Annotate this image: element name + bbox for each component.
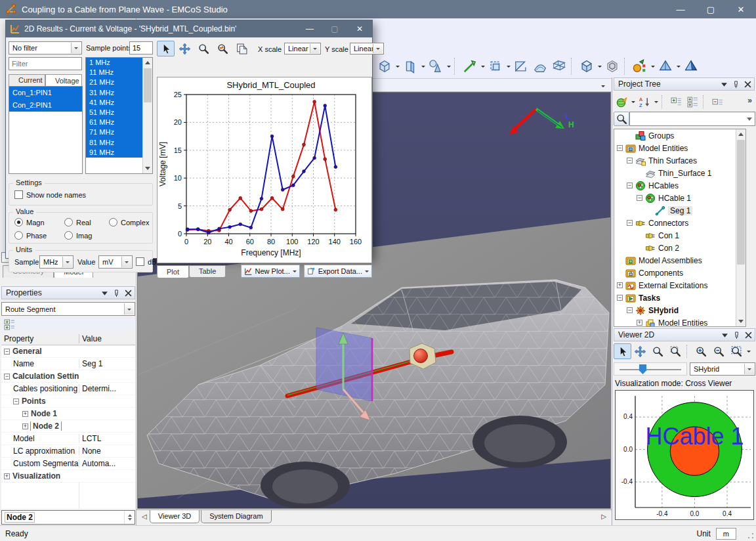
collapse-icon[interactable]: − xyxy=(627,183,633,188)
dialog-close-button[interactable]: ✕ xyxy=(347,20,372,37)
frequency-item[interactable]: 71 MHz xyxy=(86,127,142,137)
close-panel-icon[interactable] xyxy=(124,289,132,297)
chevron-down-icon[interactable] xyxy=(420,57,426,76)
search-icon[interactable] xyxy=(614,112,629,126)
chevron-down-icon[interactable] xyxy=(505,57,511,76)
section-slider[interactable] xyxy=(614,362,687,376)
tree-item-connectors[interactable]: −Connectors xyxy=(614,217,746,229)
scroll-up-icon[interactable] xyxy=(736,129,746,139)
property-row[interactable]: +Node 2 xyxy=(1,420,135,433)
surface-triangulate-button[interactable] xyxy=(512,57,530,76)
node-spinner[interactable] xyxy=(124,511,135,524)
tri-plane-filled-button[interactable] xyxy=(682,57,700,76)
zoom-tool-button[interactable] xyxy=(649,343,667,359)
expand-icon[interactable]: + xyxy=(617,282,623,288)
panel-menu-icon[interactable] xyxy=(720,80,728,88)
chevron-down-icon[interactable] xyxy=(630,94,636,110)
cursor-tool-button[interactable] xyxy=(157,41,175,56)
radio-magn[interactable] xyxy=(14,218,23,227)
node-name-field[interactable]: Node 2 xyxy=(1,510,135,525)
value-unit-combo[interactable]: mV xyxy=(98,255,133,269)
property-row[interactable]: ModelLCTL xyxy=(1,433,135,445)
close-panel-icon[interactable] xyxy=(744,80,751,88)
collapse-icon[interactable]: − xyxy=(4,374,10,379)
signal-filter-input[interactable] xyxy=(9,57,82,70)
y-scale-combo[interactable]: Linear xyxy=(350,43,384,54)
expand-icon[interactable]: + xyxy=(637,320,642,326)
radio-real[interactable] xyxy=(64,218,73,227)
tree-item-groups[interactable]: Groups xyxy=(614,129,746,142)
pin-icon[interactable] xyxy=(112,289,120,297)
zoom-out-tool-button[interactable] xyxy=(710,343,728,359)
copy-plot-tool-button[interactable] xyxy=(233,41,251,56)
collapse-icon[interactable]: − xyxy=(617,295,623,301)
tab-table[interactable]: Table xyxy=(189,265,226,277)
zoom-in-tool-button[interactable] xyxy=(692,343,710,359)
chevron-down-icon[interactable] xyxy=(597,57,602,76)
x-scale-combo[interactable]: Linear xyxy=(284,43,321,54)
property-row[interactable]: +Node 1 xyxy=(1,408,135,420)
chevron-down-icon[interactable] xyxy=(394,57,400,76)
tri-plane-button[interactable] xyxy=(656,57,675,76)
cursor-tool-button[interactable] xyxy=(614,343,631,359)
frequency-item[interactable]: 11 MHz xyxy=(86,68,142,77)
tree-item-tasks[interactable]: −Tasks xyxy=(614,292,746,304)
collapse-icon[interactable]: − xyxy=(637,195,642,201)
tree-item-thin-surface-1[interactable]: Thin_Surface 1 xyxy=(614,167,746,179)
show-node-names-checkbox[interactable] xyxy=(14,190,23,199)
collapse-icon[interactable]: − xyxy=(617,145,623,151)
result-plot[interactable]: SHybrid_MTL_Coupled020406080100120140160… xyxy=(157,77,372,263)
frequency-item[interactable]: 41 MHz xyxy=(86,98,142,108)
new-plot-button[interactable]: New Plot... xyxy=(241,265,300,278)
tab-system-diagram[interactable]: System Diagram xyxy=(201,510,271,523)
expand-branch-button[interactable] xyxy=(668,94,684,110)
frequency-item[interactable]: 31 MHz xyxy=(86,88,142,98)
properties-object-selector[interactable]: Route Segment xyxy=(1,302,135,316)
tree-search-input[interactable] xyxy=(629,112,755,126)
zoom-dynamic-tool-button[interactable] xyxy=(214,41,232,56)
panel-menu-icon[interactable] xyxy=(721,331,728,339)
pan-tool-button[interactable] xyxy=(176,41,194,56)
chevron-down-icon[interactable] xyxy=(446,57,452,76)
tree-item-seg-1[interactable]: Seg 1 xyxy=(614,204,746,217)
zoom-tool-button[interactable] xyxy=(195,41,213,56)
create-box-button[interactable] xyxy=(375,57,394,76)
tab-voltage[interactable]: Voltage xyxy=(45,74,82,87)
spinner-up-icon[interactable] xyxy=(128,512,132,517)
surface-patch-button[interactable] xyxy=(531,57,549,76)
scroll-up-icon[interactable] xyxy=(143,58,152,68)
property-row[interactable]: −Points xyxy=(1,395,135,408)
collapse-icon[interactable]: − xyxy=(13,399,19,404)
tree-item-thin-surfaces[interactable]: −Thin Surfaces xyxy=(614,154,746,167)
tree-item-external-excitations[interactable]: +External Excitations xyxy=(614,279,746,292)
mesh-spheres-button[interactable] xyxy=(631,57,649,76)
pin-icon[interactable] xyxy=(732,331,740,339)
view-sphere-button[interactable] xyxy=(614,94,629,110)
frequency-item[interactable]: 91 MHz xyxy=(86,148,142,158)
sample-points-input[interactable] xyxy=(129,41,153,54)
frequency-item[interactable]: 51 MHz xyxy=(86,108,142,118)
frequency-item[interactable]: 61 MHz xyxy=(86,118,142,127)
tree-item-components[interactable]: Components xyxy=(614,267,746,279)
signal-item[interactable]: Con_1:PIN1 xyxy=(9,87,82,99)
chevron-down-icon[interactable] xyxy=(675,57,681,76)
tree-item-hcables[interactable]: −HCables xyxy=(614,179,746,192)
chevron-down-icon[interactable] xyxy=(650,57,656,76)
scroll-down-icon[interactable] xyxy=(736,316,746,326)
resize-grip[interactable] xyxy=(747,532,755,540)
tree-item-model-entities[interactable]: +Model Entities xyxy=(614,316,746,327)
vector-button[interactable] xyxy=(461,57,479,76)
pan-tool-button[interactable] xyxy=(631,343,649,359)
collapse-icon[interactable]: − xyxy=(627,158,633,163)
property-row[interactable]: LC approximationNone xyxy=(1,445,135,458)
sort-az-button[interactable]: AZ xyxy=(637,94,652,110)
plane-button[interactable] xyxy=(486,57,505,76)
dialog-title-bar[interactable]: 2D Results - Current & Voltage - 'SHybri… xyxy=(6,20,372,37)
minimize-button[interactable]: — xyxy=(665,0,696,18)
dialog-minimize-button[interactable]: — xyxy=(297,20,322,37)
extrude-button[interactable] xyxy=(401,57,419,76)
expand-icon[interactable]: + xyxy=(4,473,10,479)
toolbar-options-chevron-icon[interactable] xyxy=(601,85,605,89)
property-row[interactable]: −Calculation Settings xyxy=(1,370,135,383)
expand-all-button[interactable] xyxy=(684,94,700,110)
